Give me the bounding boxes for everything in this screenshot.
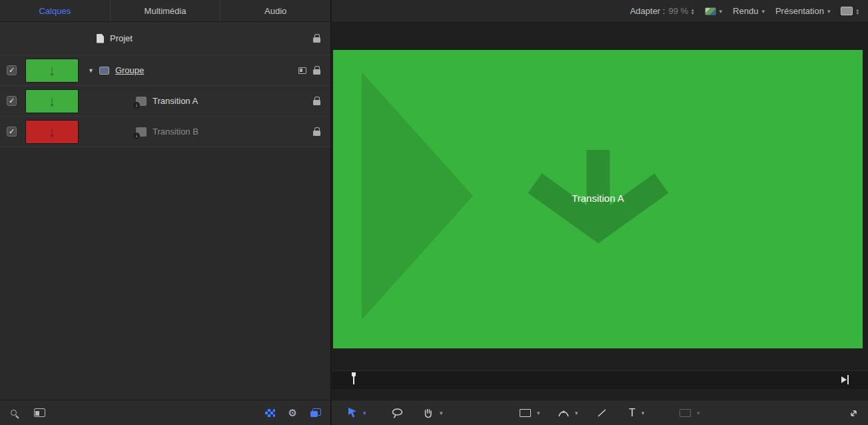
transition-b-activation-checkbox[interactable]: ✓ [7, 127, 17, 137]
thumbnail-arrow-icon: ↓ [49, 94, 56, 109]
lock-icon[interactable] [313, 37, 320, 43]
transition-icon: ↓ [136, 97, 147, 106]
canvas[interactable]: Transition A [333, 50, 863, 348]
layers-panel-footer: ⚙ [0, 400, 330, 425]
checkmark-icon: ✓ [9, 97, 15, 105]
display-stepper[interactable]: ▴▾ [856, 8, 859, 15]
transition-icon: ↓ [136, 127, 147, 137]
display-icon [841, 7, 853, 15]
thumbnail-arrow-icon: ↓ [49, 63, 56, 78]
chevron-down-icon: ▾ [642, 410, 645, 416]
select-tool[interactable]: ▾ [348, 400, 366, 425]
transition-a-activation-checkbox[interactable]: ✓ [7, 96, 17, 106]
mask-rectangle-icon [679, 409, 691, 417]
transition-arrow-graphic [522, 150, 675, 263]
badge-arrow-icon: ↓ [135, 103, 138, 107]
group-label[interactable]: Groupe [115, 65, 144, 75]
tab-multimedia[interactable]: Multimédia [111, 0, 221, 21]
mask-tool-disabled: ▾ [679, 400, 700, 425]
canvas-overlay-text: Transition A [333, 193, 863, 204]
project-row-controls [313, 34, 320, 43]
bezier-tool[interactable]: ▾ [558, 400, 578, 425]
cursor-arrow-icon [348, 408, 357, 418]
transition-b-thumbnail[interactable]: ↓ [25, 120, 79, 144]
playhead-icon[interactable] [350, 372, 357, 385]
zoom-fit-label: Adapter : [630, 6, 665, 16]
transparency-checkerboard-icon[interactable] [265, 409, 275, 417]
channels-dropdown[interactable]: ▾ [705, 7, 723, 15]
tools-toolbar: ▾ ▾ ▾ ▾ [332, 400, 868, 425]
footer-toggle-icons: ⚙ [265, 408, 321, 418]
display-selector[interactable]: ▴▾ [841, 7, 859, 15]
chevron-down-icon: ▾ [761, 8, 765, 15]
line-icon [597, 408, 607, 418]
lock-icon[interactable] [313, 100, 320, 105]
layers-panel: Calques Multimédia Audio Projet ✓ ↓ ▼ Gr… [0, 0, 331, 425]
transition-a-label[interactable]: Transition A [153, 96, 198, 106]
thumbnail-arrow-icon: ↓ [49, 125, 56, 139]
view-menu-label: Présentation [775, 6, 824, 16]
zoom-value: 99 % [668, 6, 688, 16]
checkmark-icon: ✓ [9, 66, 15, 75]
hand-icon [422, 408, 434, 418]
zoom-stepper[interactable]: ▴▾ [691, 8, 694, 15]
layer-row-project[interactable]: Projet [0, 22, 330, 55]
diagonal-resize-icon [849, 408, 859, 418]
view-menu[interactable]: Présentation ▾ [775, 6, 831, 16]
transition-badge-icon: ↓ [133, 102, 140, 109]
end-marker-icon[interactable] [841, 375, 849, 384]
viewer-area: Transition A [332, 23, 868, 400]
text-tool-icon: T [629, 408, 636, 418]
text-tool[interactable]: T ▾ [629, 400, 644, 425]
lock-icon[interactable] [313, 69, 320, 75]
viewer-toolbar: Adapter : 99 % ▴▾ ▾ Rendu ▾ Présentation… [332, 0, 868, 23]
bezier-curve-icon [558, 409, 569, 418]
lock-icon[interactable] [313, 131, 320, 136]
project-label: Projet [110, 33, 133, 43]
chevron-down-icon: ▾ [440, 410, 443, 416]
disclosure-triangle-icon[interactable]: ▼ [88, 67, 94, 74]
group-row-controls [298, 66, 320, 75]
search-icon[interactable] [11, 410, 17, 416]
render-menu[interactable]: Rendu ▾ [733, 6, 765, 16]
gear-icon[interactable]: ⚙ [288, 408, 297, 418]
stepper-down-icon: ▾ [856, 11, 859, 15]
resize-window-control[interactable] [849, 400, 859, 425]
group-thumbnail[interactable]: ↓ [25, 59, 79, 83]
checkmark-icon: ✓ [9, 127, 15, 136]
channels-swatch-icon [705, 7, 716, 15]
chevron-down-icon: ▾ [719, 8, 723, 15]
transition-a-row-controls [313, 97, 320, 105]
project-document-icon [97, 34, 104, 43]
project-pane-icon[interactable] [34, 408, 45, 417]
rectangle-icon [520, 409, 531, 417]
group-icon [99, 67, 109, 75]
transition-badge-icon: ↓ [133, 133, 140, 139]
badge-arrow-icon: ↓ [135, 133, 138, 138]
zoom-control[interactable]: Adapter : 99 % ▴▾ [630, 6, 694, 16]
layer-row-transition-a[interactable]: ✓ ↓ ↓ Transition A [0, 86, 330, 117]
lasso-tool[interactable] [392, 400, 403, 425]
solo-icon[interactable] [298, 67, 306, 74]
shape-tool[interactable]: ▾ [520, 400, 540, 425]
render-menu-label: Rendu [733, 6, 758, 16]
viewer-panel: Adapter : 99 % ▴▾ ▾ Rendu ▾ Présentation… [332, 0, 868, 425]
chevron-down-icon: ▾ [697, 410, 700, 416]
group-activation-checkbox[interactable]: ✓ [7, 65, 17, 75]
chevron-down-icon: ▾ [537, 410, 540, 416]
lasso-icon [392, 408, 403, 418]
tab-calques[interactable]: Calques [0, 0, 111, 21]
layer-row-transition-b[interactable]: ✓ ↓ ↓ Transition B [0, 117, 330, 147]
chevron-down-icon: ▾ [575, 410, 578, 416]
tab-audio[interactable]: Audio [220, 0, 330, 21]
panel-tabbar: Calques Multimédia Audio [0, 0, 330, 22]
transition-b-label[interactable]: Transition B [153, 127, 199, 137]
transition-a-thumbnail[interactable]: ↓ [25, 89, 79, 113]
chevron-down-icon: ▾ [827, 8, 831, 15]
layers-toggle-icon[interactable] [310, 408, 321, 417]
line-tool[interactable] [597, 400, 607, 425]
hand-tool[interactable]: ▾ [422, 400, 443, 425]
mini-timeline[interactable] [332, 370, 868, 388]
transition-b-row-controls [313, 127, 320, 136]
layer-row-group[interactable]: ✓ ↓ ▼ Groupe [0, 55, 330, 86]
